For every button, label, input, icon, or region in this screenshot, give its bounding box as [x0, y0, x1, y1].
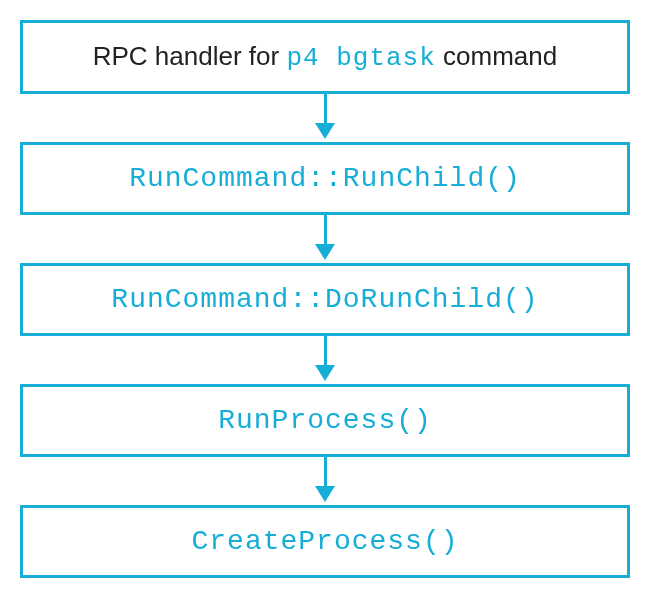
arrow-down-icon: [315, 336, 335, 384]
flowchart: RPC handler for p4 bgtask command RunCom…: [20, 20, 630, 578]
box-text-suffix: command: [436, 41, 557, 71]
code-p4-bgtask: p4 bgtask: [286, 43, 435, 73]
box-rpc-handler: RPC handler for p4 bgtask command: [20, 20, 630, 94]
box-dorunchild: RunCommand::DoRunChild(): [20, 263, 630, 336]
box-text-prefix: RPC handler for: [93, 41, 287, 71]
arrow-down-icon: [315, 457, 335, 505]
arrow-down-icon: [315, 94, 335, 142]
box-runchild: RunCommand::RunChild(): [20, 142, 630, 215]
box-runprocess: RunProcess(): [20, 384, 630, 457]
box-createprocess: CreateProcess(): [20, 505, 630, 578]
arrow-down-icon: [315, 215, 335, 263]
